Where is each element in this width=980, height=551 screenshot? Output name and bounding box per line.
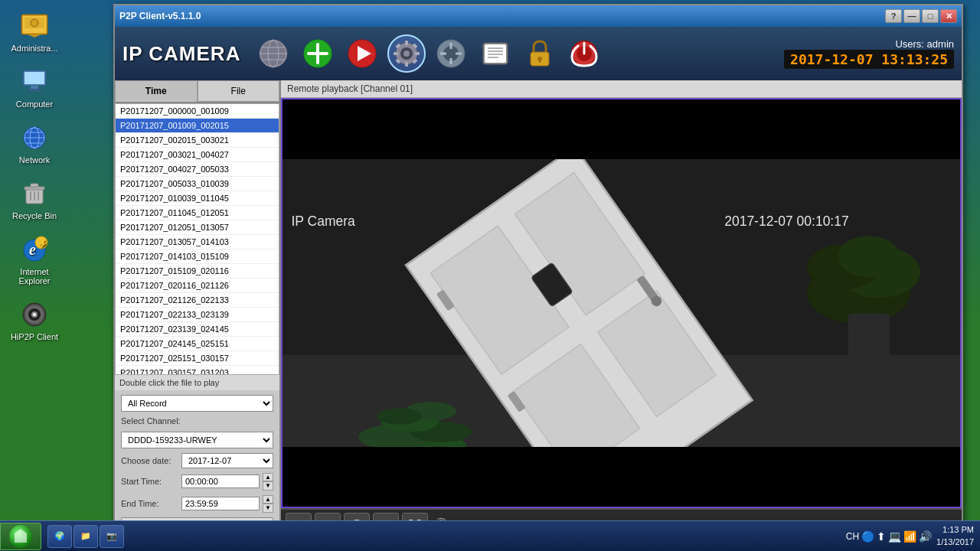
desktop-icon-computer[interactable]: Computer bbox=[4, 64, 65, 112]
file-item[interactable]: P20171207_011045_012051 bbox=[116, 206, 279, 220]
channel-select[interactable]: DDDD-159233-URWEY bbox=[121, 432, 273, 448]
wheel-toolbar-btn[interactable] bbox=[387, 34, 426, 73]
end-time-input[interactable] bbox=[181, 497, 260, 510]
recycle-icon bbox=[19, 178, 50, 209]
file-item[interactable]: P20171207_010039_011045 bbox=[116, 191, 279, 206]
tab-file[interactable]: File bbox=[198, 80, 280, 102]
app-brand: IP CAMERA bbox=[122, 42, 240, 66]
maximize-button[interactable]: □ bbox=[922, 9, 939, 23]
date-select[interactable]: 2017-12-07 bbox=[181, 453, 273, 468]
file-item[interactable]: P20171207_003021_004027 bbox=[116, 148, 279, 162]
file-item[interactable]: P20171207_014103_015109 bbox=[116, 249, 279, 264]
svg-point-88 bbox=[377, 408, 422, 425]
taskbar-items: 🌍 📁 📷 bbox=[44, 525, 840, 548]
desktop-icon-network[interactable]: Network bbox=[4, 119, 65, 168]
network-label: Network bbox=[19, 155, 50, 165]
administrator-label: Administra... bbox=[11, 44, 57, 53]
taskbar-ie-icon: 🌍 bbox=[54, 531, 65, 541]
config-toolbar-btn[interactable] bbox=[432, 34, 470, 73]
toolbar-info: Users: admin 2017-12-07 13:13:25 bbox=[784, 38, 954, 69]
tray-clock[interactable]: 1:13 PM 1/13/2017 bbox=[936, 524, 974, 548]
tray-icon-1: CH bbox=[846, 531, 859, 542]
file-item[interactable]: P20171207_004027_005033 bbox=[116, 162, 279, 177]
file-list: P20171207_000000_001009P20171207_001009_… bbox=[115, 103, 279, 375]
file-list-scroll[interactable]: P20171207_000000_001009P20171207_001009_… bbox=[116, 104, 279, 374]
desktop-icons: Administra... Computer bbox=[0, 0, 69, 352]
svg-rect-6 bbox=[31, 86, 38, 89]
file-item[interactable]: P20171207_000000_001009 bbox=[116, 104, 279, 119]
ie-icon: e ⚡ bbox=[19, 234, 50, 265]
tray-date: 1/13/2017 bbox=[936, 536, 974, 548]
hip2p-icon bbox=[19, 299, 50, 330]
svg-point-3 bbox=[31, 19, 38, 27]
svg-rect-58 bbox=[485, 44, 506, 63]
desktop: Administra... Computer bbox=[0, 0, 980, 551]
network-icon bbox=[19, 122, 50, 153]
start-orb bbox=[9, 525, 32, 548]
taskbar-camera[interactable]: 📷 bbox=[100, 525, 124, 548]
desktop-icon-administrator[interactable]: Administra... bbox=[4, 8, 65, 56]
tray-icon-3: ⬆ bbox=[877, 530, 886, 543]
file-item[interactable]: P20171207_015109_020116 bbox=[116, 264, 279, 279]
start-time-row: Start Time: ▲ ▼ bbox=[121, 473, 273, 491]
record-toolbar-btn[interactable] bbox=[476, 34, 514, 73]
end-time-down[interactable]: ▼ bbox=[263, 504, 273, 513]
add-toolbar-btn[interactable] bbox=[299, 34, 337, 73]
svg-rect-16 bbox=[31, 184, 38, 187]
file-item[interactable]: P20171207_001009_002015 bbox=[116, 119, 279, 133]
end-time-spin[interactable]: ▲ ▼ bbox=[263, 495, 273, 513]
file-item[interactable]: P20171207_023139_024145 bbox=[116, 322, 279, 337]
tray-time: 1:13 PM bbox=[936, 524, 974, 536]
tray-icon-2: 🔵 bbox=[861, 530, 874, 543]
taskbar-tray: CH 🔵 ⬆ 💻 📶 🔊 1:13 PM 1/13/2017 bbox=[840, 524, 980, 548]
taskbar-explorer-icon: 📁 bbox=[80, 531, 91, 541]
start-time-up[interactable]: ▲ bbox=[263, 473, 273, 482]
start-time-input[interactable] bbox=[181, 474, 260, 488]
desktop-icon-ie[interactable]: e ⚡ Internet Explorer bbox=[4, 231, 65, 289]
file-item[interactable]: P20171207_012051_013057 bbox=[116, 220, 279, 235]
svg-rect-44 bbox=[405, 62, 408, 67]
taskbar: 🌍 📁 📷 CH 🔵 ⬆ 💻 📶 🔊 1:13 PM 1/13/2017 bbox=[0, 520, 980, 551]
camera-toolbar-btn[interactable] bbox=[254, 34, 292, 73]
svg-text:⚡: ⚡ bbox=[38, 239, 48, 249]
close-button[interactable]: ✕ bbox=[940, 9, 957, 23]
date-row: Choose date: 2017-12-07 bbox=[121, 453, 273, 468]
controls-area: All Record Select Channel: DDDD-159233-U… bbox=[115, 390, 279, 542]
file-item[interactable]: P20171207_020116_021126 bbox=[116, 279, 279, 293]
ie-label: Internet Explorer bbox=[7, 267, 62, 285]
file-item[interactable]: P20171207_013057_014103 bbox=[116, 235, 279, 249]
power-toolbar-btn[interactable] bbox=[565, 34, 603, 73]
tab-time[interactable]: Time bbox=[115, 80, 198, 102]
file-item[interactable]: P20171207_022133_023139 bbox=[116, 308, 279, 322]
file-item[interactable]: P20171207_025151_030157 bbox=[116, 351, 279, 366]
help-button[interactable]: ? bbox=[885, 9, 902, 23]
minimize-button[interactable]: — bbox=[903, 9, 920, 23]
video-header: Remote playback [Channel 01] bbox=[281, 80, 962, 98]
end-time-up[interactable]: ▲ bbox=[263, 495, 273, 504]
file-item[interactable]: P20171207_002015_003021 bbox=[116, 133, 279, 148]
desktop-icon-recycle[interactable]: Recycle Bin bbox=[4, 175, 65, 223]
record-type-select[interactable]: All Record bbox=[121, 395, 273, 412]
file-item[interactable]: P20171207_024145_025151 bbox=[116, 337, 279, 351]
start-time-spin[interactable]: ▲ ▼ bbox=[263, 473, 273, 491]
desktop-icon-hip2p[interactable]: HiP2P Client bbox=[4, 296, 65, 344]
svg-point-28 bbox=[33, 313, 36, 316]
camera-feed: IP Camera 2017-12-07 00:10:17 bbox=[281, 98, 962, 508]
taskbar-ie[interactable]: 🌍 bbox=[47, 525, 72, 548]
file-item[interactable]: P20171207_030157_031203 bbox=[116, 366, 279, 374]
file-item[interactable]: P20171207_005033_010039 bbox=[116, 177, 279, 191]
hip2p-label: HiP2P Client bbox=[11, 332, 58, 341]
start-time-down[interactable]: ▼ bbox=[263, 481, 273, 491]
file-item[interactable]: P20171207_021126_022133 bbox=[116, 293, 279, 308]
left-panel: Time File P20171207_000000_001009P201712… bbox=[115, 80, 281, 542]
tray-icons: CH 🔵 ⬆ 💻 📶 🔊 bbox=[846, 530, 932, 543]
taskbar-camera-icon: 📷 bbox=[106, 531, 117, 541]
lock-toolbar-btn[interactable] bbox=[521, 34, 559, 73]
start-time-label: Start Time: bbox=[121, 477, 178, 486]
window-titlebar: P2P Client-v5.1.1.0 ? — □ ✕ bbox=[115, 5, 962, 27]
taskbar-explorer[interactable]: 📁 bbox=[74, 525, 98, 548]
start-button[interactable] bbox=[0, 523, 41, 550]
play-toolbar-btn[interactable] bbox=[343, 34, 381, 73]
users-label: Users: admin bbox=[784, 38, 954, 50]
right-panel: Remote playback [Channel 01] bbox=[281, 80, 962, 542]
